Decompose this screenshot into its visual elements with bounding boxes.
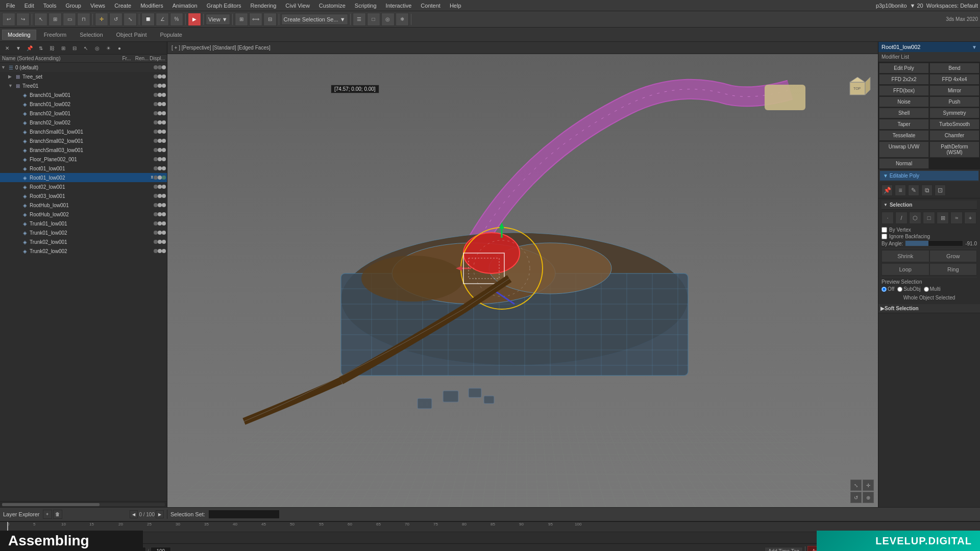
- ring-btn[interactable]: Ring: [929, 263, 977, 276]
- select-all-icon[interactable]: ↖: [81, 43, 91, 53]
- soft-selection-header[interactable]: ▶ Soft Selection: [878, 304, 980, 313]
- pan-btn[interactable]: ✛: [863, 480, 874, 491]
- selection-header[interactable]: ▼ Selection: [881, 201, 977, 210]
- freeze-btn[interactable]: ❄: [396, 13, 409, 26]
- collapse-all-icon[interactable]: ⊟: [69, 43, 80, 53]
- list-item[interactable]: ◈ Trunk02_low002: [0, 246, 167, 256]
- eye-icon[interactable]: ◎: [92, 43, 102, 53]
- edit-icon[interactable]: ✎: [908, 185, 919, 196]
- list-item[interactable]: ◈ Root01_low001: [0, 164, 167, 173]
- grow-btn[interactable]: Grow: [929, 250, 977, 262]
- render-btn[interactable]: ▶: [188, 13, 201, 26]
- menu-file[interactable]: File: [2, 2, 19, 10]
- modifier-bend[interactable]: Bend: [929, 63, 979, 73]
- rotate-btn[interactable]: ↺: [109, 13, 122, 26]
- selection-set-input[interactable]: [208, 510, 280, 519]
- list-item[interactable]: ▶ ⊞ Tree_set: [0, 72, 167, 81]
- tab-freeform[interactable]: Freeform: [38, 30, 72, 40]
- menu-customize[interactable]: Customize: [315, 2, 350, 10]
- modifier-noise[interactable]: Noise: [879, 96, 929, 107]
- align-btn[interactable]: ⊞: [235, 13, 248, 26]
- menu-modifiers[interactable]: Modifiers: [136, 2, 167, 10]
- scrollbar[interactable]: [2, 503, 165, 506]
- tab-object-paint[interactable]: Object Paint: [111, 30, 153, 40]
- list-item[interactable]: ◈ Branch02_low002: [0, 118, 167, 127]
- by-vertex-checkbox[interactable]: [881, 227, 887, 233]
- modifier-taper[interactable]: Taper: [879, 119, 929, 130]
- stack-icon[interactable]: ≡: [895, 185, 906, 196]
- menu-content[interactable]: Content: [416, 2, 445, 10]
- loop-btn[interactable]: Loop: [881, 263, 929, 276]
- select-name-btn[interactable]: ⊞: [48, 13, 62, 26]
- modifier-ffd2x2x2[interactable]: FFD 2x2x2: [879, 74, 929, 85]
- menu-tools[interactable]: Tools: [39, 2, 61, 10]
- menu-graph-editors[interactable]: Graph Editors: [203, 2, 246, 10]
- angle-snap-btn[interactable]: ∠: [156, 13, 169, 26]
- menu-views[interactable]: Views: [86, 2, 109, 10]
- softsel-icon[interactable]: ≈: [950, 212, 963, 224]
- ignore-backfacing-checkbox[interactable]: [881, 234, 887, 239]
- paste-icon[interactable]: ⊡: [935, 185, 946, 196]
- move-btn[interactable]: ✛: [95, 13, 108, 26]
- edge-icon[interactable]: /: [895, 212, 908, 224]
- modifier-ffd4x4x4[interactable]: FFD 4x4x4: [929, 74, 979, 85]
- list-item[interactable]: ◈ RootHub_low002: [0, 210, 167, 219]
- mirror-btn[interactable]: ⟺: [249, 13, 262, 26]
- list-item[interactable]: ▼ ⊞ Tree01: [0, 81, 167, 90]
- list-item[interactable]: ◈ Root01_low002 ⧗: [0, 173, 167, 182]
- array-btn[interactable]: ⊟: [263, 13, 277, 26]
- link-icon[interactable]: ⛓: [47, 43, 57, 53]
- expand-all-icon[interactable]: ⊞: [58, 43, 68, 53]
- list-item[interactable]: ◈ Root03_low001: [0, 191, 167, 201]
- tab-selection[interactable]: Selection: [74, 30, 108, 40]
- angle-slider[interactable]: [905, 240, 963, 246]
- tab-modeling[interactable]: Modeling: [2, 30, 36, 40]
- menu-scripting[interactable]: Scripting: [351, 2, 381, 10]
- modifier-edit-poly[interactable]: Edit Poly: [879, 63, 929, 73]
- modifier-symmetry[interactable]: Symmetry: [929, 108, 979, 118]
- list-item[interactable]: ◈ BranchSmall02_low001: [0, 136, 167, 145]
- polygon-icon[interactable]: □: [923, 212, 935, 224]
- shrink-btn[interactable]: Shrink: [881, 250, 929, 262]
- render-icon[interactable]: ●: [114, 43, 125, 53]
- sun-icon[interactable]: ☀: [103, 43, 113, 53]
- vertex-icon[interactable]: ·: [881, 212, 894, 224]
- copy-icon[interactable]: ⧉: [921, 185, 933, 196]
- expand-icon[interactable]: ▼: [8, 83, 14, 88]
- list-item[interactable]: ◈ Root02_low001: [0, 182, 167, 191]
- list-item[interactable]: ◈ Trunk02_low001: [0, 237, 167, 246]
- modifier-tessellate[interactable]: Tessellate: [879, 130, 929, 141]
- list-item[interactable]: ◈ Floor_Plane002_001: [0, 155, 167, 164]
- modifier-ffdbox[interactable]: FFD(box): [879, 85, 929, 96]
- element-icon[interactable]: ⊞: [937, 212, 949, 224]
- create-sel-btn[interactable]: Create Selection Se... ▼: [281, 14, 348, 25]
- nav-cube[interactable]: TOP: [842, 69, 873, 100]
- menu-edit[interactable]: Edit: [20, 2, 38, 10]
- redo-btn[interactable]: ↪: [16, 13, 30, 26]
- display-btn[interactable]: □: [367, 13, 380, 26]
- pin-icon[interactable]: 📌: [881, 185, 893, 196]
- hide-btn[interactable]: ◎: [381, 13, 395, 26]
- menu-animation[interactable]: Animation: [168, 2, 202, 10]
- sort-icon[interactable]: ⇅: [36, 43, 46, 53]
- layers-btn[interactable]: ☰: [353, 13, 366, 26]
- object-name-dropdown[interactable]: ▼: [972, 44, 977, 50]
- list-item[interactable]: ◈ RootHub_low001: [0, 201, 167, 210]
- add-time-tag-btn[interactable]: Add Time Tag: [765, 547, 803, 551]
- window-crossing-btn[interactable]: ⊓: [77, 13, 90, 26]
- list-item[interactable]: ◈ Trunk01_low002: [0, 228, 167, 237]
- list-item[interactable]: ◈ Branch02_low001: [0, 109, 167, 118]
- modifier-shell[interactable]: Shell: [879, 108, 929, 118]
- expand-icon[interactable]: ▶: [8, 74, 14, 79]
- delete-layer-btn[interactable]: 🗑: [53, 510, 62, 519]
- viewport[interactable]: [ + ] [Perspective] [Standard] [Edged Fa…: [167, 42, 878, 507]
- modifier-mirror[interactable]: Mirror: [929, 85, 979, 96]
- menu-help[interactable]: Help: [446, 2, 465, 10]
- tab-populate[interactable]: Populate: [154, 30, 187, 40]
- view-label[interactable]: View ▼: [206, 14, 230, 25]
- border-icon[interactable]: ⬡: [909, 212, 921, 224]
- modifier-chamfer[interactable]: Chamfer: [929, 130, 979, 141]
- maximize-btn[interactable]: ⤡: [850, 480, 862, 491]
- snap-btn[interactable]: 🔲: [141, 13, 155, 26]
- percent-snap-btn[interactable]: %: [170, 13, 183, 26]
